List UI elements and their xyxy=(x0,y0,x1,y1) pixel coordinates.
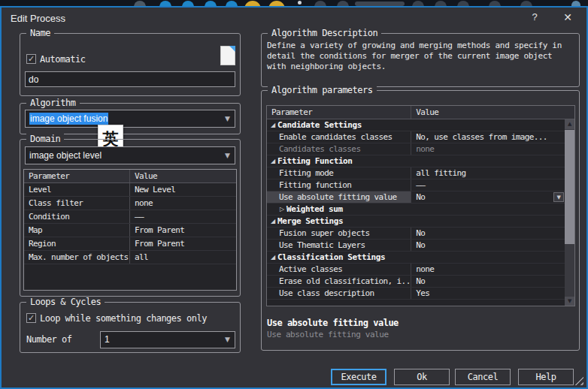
param-name: Use absolute fitting value xyxy=(267,191,411,203)
algorithm-description-label: Algorithm Description xyxy=(268,28,381,38)
param-value[interactable]: From Parent xyxy=(130,224,236,237)
param-row[interactable]: Fitting modeall fitting xyxy=(267,167,574,179)
selected-param-description: Use absolute fitting value xyxy=(267,330,389,339)
algorithm-group-label: Algorithm xyxy=(26,98,80,108)
algorithm-parameters-group: Algorithm parameters Parameter Value ◢Ca… xyxy=(261,90,580,351)
param-value[interactable]: none xyxy=(411,264,574,275)
param-row[interactable]: Erase old classification, i...No xyxy=(267,276,574,288)
toolbar-icon-fragment xyxy=(244,1,261,6)
help-button[interactable]: Help xyxy=(518,369,574,385)
algorithm-parameters-label: Algorithm parameters xyxy=(268,85,377,95)
algorithm-description-text: Define a variety of growing and merging … xyxy=(267,41,575,72)
param-value[interactable]: New Level xyxy=(130,183,236,196)
param-value[interactable]: No xyxy=(411,276,574,287)
toolbar-icon-fragment xyxy=(205,1,217,6)
dialog-titlebar[interactable]: Edit Process ? ✕ xyxy=(2,8,586,30)
param-name: Fitting function xyxy=(267,179,411,191)
execute-button[interactable]: Execute xyxy=(331,369,386,385)
ok-button[interactable]: Ok xyxy=(394,369,450,385)
cancel-button[interactable]: Cancel xyxy=(455,369,511,385)
chevron-down-icon[interactable]: ▼ xyxy=(225,110,230,127)
domain-col-parameter: Parameter xyxy=(24,170,130,182)
domain-group: Domain image object level ▼ Parameter Va… xyxy=(20,139,241,297)
tree-expanded-icon[interactable]: ◢ xyxy=(268,252,277,264)
param-name: Candidates classes xyxy=(267,143,411,155)
param-name: Max. number of objects xyxy=(24,251,130,264)
param-row[interactable]: Enable candidates classesNo, use classes… xyxy=(267,131,574,143)
loops-cycles-group: Loops & Cycles Loop while something chan… xyxy=(20,302,241,353)
automatic-checkbox[interactable] xyxy=(26,54,36,64)
domain-combobox-value: image object level xyxy=(29,150,102,161)
toolbar-icon-fragment xyxy=(489,1,501,6)
param-name: Fusion super objects xyxy=(267,228,411,239)
params-col-parameter: Parameter xyxy=(267,106,411,119)
algorithm-combobox[interactable]: image object fusion ▼ xyxy=(25,110,235,128)
param-value[interactable]: No xyxy=(411,240,574,251)
resize-grip-icon[interactable] xyxy=(573,376,583,385)
params-scrollbar[interactable]: ▲ ▼ xyxy=(565,119,574,306)
param-row[interactable]: Use class descriptionYes xyxy=(267,288,574,300)
toolbar-icon-fragment xyxy=(134,1,146,6)
loop-while-checkbox-label: Loop while something changes only xyxy=(40,313,207,324)
algorithm-combobox-value: image object fusion xyxy=(29,113,108,125)
table-row[interactable]: Condition—— xyxy=(24,210,236,224)
close-icon[interactable]: ✕ xyxy=(559,11,576,26)
chevron-down-icon[interactable]: ▼ xyxy=(225,147,230,164)
param-row[interactable]: Fusion super objectsNo xyxy=(267,228,574,240)
param-section-row[interactable]: ◢Merge Settings xyxy=(267,216,574,228)
table-row[interactable]: Max. number of objectsall xyxy=(24,251,236,264)
scroll-up-icon[interactable]: ▲ xyxy=(565,119,574,129)
toolbar-icon-fragment xyxy=(457,1,469,6)
toolbar-icon-fragment xyxy=(314,1,326,6)
param-value[interactable]: —— xyxy=(130,210,236,223)
scrollbar-thumb[interactable] xyxy=(565,130,574,244)
tree-collapsed-icon[interactable]: ▷ xyxy=(277,204,286,216)
number-of-combobox[interactable]: 1 ▼ xyxy=(100,331,235,348)
scroll-down-icon[interactable]: ▼ xyxy=(565,297,574,306)
param-value[interactable]: none xyxy=(130,197,236,210)
new-document-icon[interactable] xyxy=(220,46,235,65)
param-row[interactable]: Candidates classesnone xyxy=(267,143,574,155)
algorithm-description-group: Algorithm Description Define a variety o… xyxy=(261,33,580,87)
param-value[interactable]: all xyxy=(130,251,236,264)
param-value[interactable]: From Parent xyxy=(130,237,236,250)
tree-expanded-icon[interactable]: ◢ xyxy=(268,155,277,167)
process-name-input[interactable] xyxy=(25,71,235,87)
param-row[interactable]: Active classesnone xyxy=(267,264,574,276)
param-value[interactable]: Yes xyxy=(411,288,574,299)
domain-group-label: Domain xyxy=(26,134,64,144)
domain-combobox[interactable]: image object level ▼ xyxy=(25,146,235,164)
param-value[interactable]: none xyxy=(411,143,574,155)
param-section-row[interactable]: ◢Classification Settings xyxy=(267,252,574,264)
param-value[interactable]: all fitting xyxy=(411,167,574,179)
loop-while-checkbox[interactable] xyxy=(26,313,36,323)
param-value[interactable]: —— xyxy=(411,179,574,191)
section-label: Weighted sum xyxy=(286,204,343,214)
param-section-row[interactable]: ▷Weighted sum xyxy=(267,204,574,216)
table-row[interactable]: Class filternone xyxy=(24,197,236,210)
param-value[interactable]: No▼ xyxy=(411,191,574,203)
param-row[interactable]: Use Thematic LayersNo xyxy=(267,240,574,252)
toolbar-icon-fragment xyxy=(520,1,532,6)
tree-expanded-icon[interactable]: ◢ xyxy=(268,119,277,131)
toolbar-icon-fragment xyxy=(337,1,349,6)
param-value[interactable]: No xyxy=(411,228,574,239)
value-dropdown-icon[interactable]: ▼ xyxy=(553,192,564,202)
number-of-combobox-value: 1 xyxy=(105,334,110,345)
param-section-row[interactable]: ◢Candidate Settings xyxy=(267,119,574,131)
chevron-down-icon[interactable]: ▼ xyxy=(225,332,230,348)
params-col-value: Value xyxy=(411,106,443,119)
param-name: Use class description xyxy=(267,288,411,299)
table-row[interactable]: RegionFrom Parent xyxy=(24,237,236,251)
param-row[interactable]: Fitting function—— xyxy=(267,179,574,191)
param-value[interactable]: No, use classes from image... xyxy=(411,131,574,143)
tree-expanded-icon[interactable]: ◢ xyxy=(268,216,277,228)
table-row[interactable]: LevelNew Level xyxy=(24,183,236,197)
param-section-row[interactable]: ◢Fitting Function xyxy=(267,155,574,167)
help-icon[interactable]: ? xyxy=(526,11,543,26)
table-row[interactable]: MapFrom Parent xyxy=(24,224,236,237)
selected-param-title: Use absolute fitting value xyxy=(267,318,399,328)
section-label: Merge Settings xyxy=(277,216,343,226)
param-row[interactable]: Use absolute fitting valueNo▼ xyxy=(267,191,574,204)
edit-process-dialog: Edit Process ? ✕ Name Automatic Algorith… xyxy=(0,6,588,389)
